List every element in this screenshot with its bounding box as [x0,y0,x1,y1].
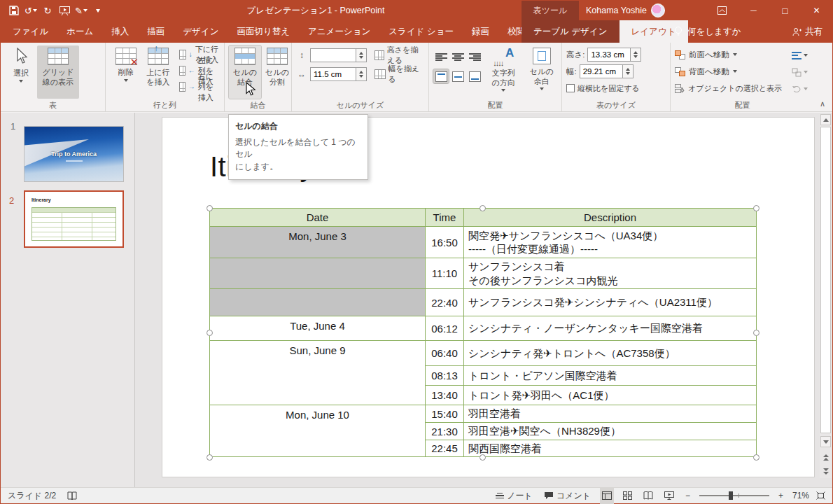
table-width-spinner[interactable] [623,64,634,78]
minimize-button[interactable]: ─ [738,1,769,20]
time-cell[interactable]: 13:40 [426,386,464,405]
undo-button[interactable]: ↺ [23,3,38,18]
tab-4[interactable]: デザイン [174,20,227,43]
customize-qat-button[interactable] [90,3,106,18]
description-cell[interactable]: 関西国際空港着 [464,440,757,457]
time-cell[interactable]: 11:10 [426,258,464,289]
tab-5[interactable]: 画面切り替え [227,20,299,43]
column-width-field[interactable] [310,67,367,81]
time-cell[interactable]: 06:40 [426,341,464,366]
repeat-button[interactable]: ↻ [40,3,55,18]
close-button[interactable]: ✕ [801,1,832,20]
tab-3[interactable]: 描画 [138,20,174,43]
tab-6[interactable]: アニメーション [299,20,379,43]
rotate-objects-button[interactable] [792,82,808,96]
cell-margins-button[interactable]: セルの余白 [525,46,559,99]
selection-pane-button[interactable]: オブジェクトの選択と表示 [675,80,782,96]
table-width-field[interactable] [580,64,634,78]
date-cell[interactable]: Mon, June 10 [210,405,426,457]
distribute-rows-button[interactable]: 高さを揃える [372,48,426,62]
date-cell[interactable] [210,258,426,289]
description-cell[interactable]: 関空発✈サンフランシスコへ（UA34便） -----（日付変更線通過）----- [464,227,757,258]
description-cell[interactable]: 羽田空港✈関空へ（NH3829便） [464,423,757,440]
time-cell[interactable]: 22:40 [426,289,464,316]
row-height-input[interactable] [310,48,356,62]
tab-2[interactable]: 挿入 [102,20,138,43]
reading-view-button[interactable] [641,488,655,504]
table-handle-top-center[interactable] [479,205,486,211]
slideshow-view-button[interactable] [662,488,676,504]
insert-right-button[interactable]: → 右に列を挿入 [177,80,221,94]
time-cell[interactable]: 15:40 [426,405,464,423]
table-height-spinner[interactable] [631,48,641,62]
table-handle-top-right[interactable] [753,205,760,211]
itinerary-table[interactable]: DateTimeDescription Mon, June 316:50関空発✈… [209,208,757,457]
time-cell[interactable]: 16:50 [426,227,464,258]
next-slide-button[interactable] [820,465,831,477]
description-cell[interactable]: 羽田空港着 [464,405,757,423]
normal-view-button[interactable] [600,488,614,504]
tell-me-box[interactable]: 何をしますか [674,20,741,43]
table-width-input[interactable] [580,64,623,78]
vertical-scrollbar[interactable] [820,114,832,478]
lock-aspect-ratio-checkbox[interactable]: 縦横比を固定する [566,80,640,96]
tab-7[interactable]: スライド ショー [379,20,463,43]
description-cell[interactable]: トロント発✈羽田へ（AC1便） [464,386,757,405]
view-gridlines-button[interactable]: グリッド線の表示 [37,46,79,99]
accessibility-checker-icon[interactable] [67,491,77,500]
zoom-out-button[interactable]: − [683,488,692,504]
time-cell[interactable]: 06:12 [426,316,464,341]
column-width-spinner[interactable] [356,67,367,81]
date-cell[interactable]: Mon, June 3 [210,227,426,258]
align-left-button[interactable] [433,50,449,64]
time-cell[interactable]: 08:13 [426,366,464,386]
date-cell[interactable]: Sun, June 9 [210,341,426,405]
send-backward-button[interactable]: 背面へ移動 [675,64,782,79]
zoom-slider-thumb[interactable] [729,491,733,500]
ribbon-display-options-button[interactable] [706,1,738,20]
tab-0[interactable]: ファイル [4,20,57,43]
ink-button[interactable]: ✎ [74,3,89,18]
group-objects-button[interactable] [792,65,808,79]
maximize-button[interactable]: □ [769,1,801,20]
previous-slide-button[interactable] [820,451,831,463]
description-cell[interactable]: シンシナティ・ノーザンケンタッキー国際空港着 [464,316,757,341]
table-height-input[interactable] [587,48,631,62]
table-handle-mid-left[interactable] [206,330,213,336]
distribute-columns-button[interactable]: 幅を揃える [372,67,426,81]
slide-1-thumbnail[interactable]: Trip to America [24,126,124,182]
share-button[interactable]: 共有 [792,20,822,43]
description-cell[interactable]: シンシナティ発✈トロントへ（AC7358便） [464,341,757,366]
date-cell[interactable] [210,289,426,316]
align-bottom-button[interactable] [467,69,482,83]
table-header-cell[interactable]: Time [426,209,464,227]
align-top-button[interactable] [433,69,449,83]
table-handle-bottom-left[interactable] [206,454,213,461]
align-objects-button[interactable] [792,48,808,62]
comments-button[interactable]: コメント [542,488,593,504]
time-cell[interactable]: 22:45 [426,440,464,457]
scrollbar-thumb[interactable] [820,127,831,433]
table-handle-bottom-center[interactable] [479,454,486,461]
slide-sorter-view-button[interactable] [621,488,634,504]
slide-2-thumbnail[interactable]: Itinerary [24,190,124,248]
table-header-cell[interactable]: Date [210,209,426,227]
align-right-button[interactable] [467,50,482,64]
table-handle-bottom-right[interactable] [753,454,760,461]
description-cell[interactable]: サンフランシスコ発✈シンシナティへ（UA2311便） [464,289,757,316]
align-center-button[interactable] [450,50,465,64]
column-width-input[interactable] [310,67,356,81]
tab-table-design[interactable]: テーブル デザイン [522,20,620,43]
description-cell[interactable]: トロント・ピアソン国際空港着 [464,366,757,386]
fit-to-window-icon[interactable] [816,491,825,500]
zoom-slider[interactable] [699,495,769,496]
save-button[interactable] [6,3,22,18]
row-height-spinner[interactable] [356,48,367,62]
notes-button[interactable]: ノート [493,488,535,504]
bring-forward-button[interactable]: 前面へ移動 [675,47,782,62]
tab-8[interactable]: 録画 [463,20,498,43]
collapse-ribbon-button[interactable]: ∧ [820,99,825,108]
table-height-field[interactable] [587,48,641,62]
table-handle-top-left[interactable] [206,205,213,211]
text-direction-button[interactable]: ↓↓↓↓A 文字列の方向 [486,46,521,99]
